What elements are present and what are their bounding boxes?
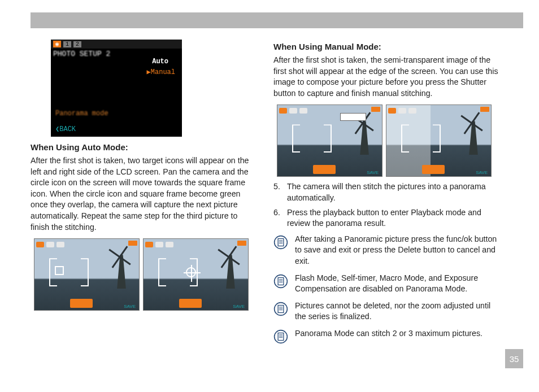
svg-rect-6 (278, 277, 284, 285)
svg-rect-1 (278, 238, 284, 246)
auto-scene-2: SAVE (143, 238, 249, 311)
list-number: 5. (273, 181, 281, 203)
note-text: Flash Mode, Self-timer, Macro Mode, and … (295, 273, 499, 295)
note-row: After taking a Panoramic picture press t… (273, 234, 499, 267)
auto-scene-1: SAVE (34, 238, 140, 311)
lcd-tab-2: 2 (73, 41, 81, 47)
heading-manual-mode: When Using Manual Mode: (273, 42, 499, 51)
svg-rect-11 (278, 305, 284, 312)
svg-point-5 (275, 275, 288, 288)
note-row: Panorama Mode can stitch 2 or 3 maximum … (273, 328, 499, 344)
header-bar (31, 12, 523, 28)
note-icon (273, 302, 288, 316)
notes-block: After taking a Panoramic picture press t… (273, 234, 499, 344)
numbered-list: 5. The camera will then stitch the pictu… (273, 181, 499, 229)
lcd-tab-1: 1 (63, 41, 71, 47)
note-row: Flash Mode, Self-timer, Macro Mode, and … (273, 273, 499, 295)
list-number: 6. (273, 207, 281, 229)
lcd-panorama-label: Panorama mode (55, 110, 108, 117)
heading-auto-mode: When Using Auto Mode: (31, 142, 257, 152)
lcd-tab-active-icon: ◉ (53, 41, 61, 47)
paragraph-auto-mode: After the first shot is taken, two targe… (31, 155, 257, 233)
note-icon (273, 235, 288, 250)
lcd-option-manual: ▶Manual (147, 68, 175, 76)
auto-mode-illustration: SAVE SAVE (34, 238, 249, 311)
list-item-5: 5. The camera will then stitch the pictu… (273, 181, 499, 203)
note-icon (273, 329, 288, 344)
lcd-menu-illustration: ◉ 1 2 PHOTO SETUP 2 Auto ▶Manual Panoram… (51, 40, 182, 137)
manual-scene-2: SAVE (386, 104, 492, 177)
list-text: The camera will then stitch the pictures… (287, 181, 499, 203)
lcd-back-label: ❮BACK (55, 125, 76, 133)
note-row: Pictures cannot be deleted, nor the zoom… (273, 300, 499, 323)
svg-rect-16 (278, 333, 284, 340)
note-text: Pictures cannot be deleted, nor the zoom… (295, 300, 499, 323)
list-text: Press the playback button to enter Playb… (287, 207, 499, 229)
paragraph-manual-mode: After the first shot is taken, the semi-… (273, 55, 499, 99)
manual-scene-1: SAVE (277, 104, 382, 177)
svg-point-15 (275, 330, 288, 343)
page-number-tab: 35 (505, 349, 523, 368)
note-text: After taking a Panoramic picture press t… (295, 234, 499, 267)
right-column: When Using Manual Mode: After the first … (273, 36, 499, 350)
content-columns: ◉ 1 2 PHOTO SETUP 2 Auto ▶Manual Panoram… (0, 28, 539, 350)
svg-point-0 (275, 236, 288, 249)
left-column: ◉ 1 2 PHOTO SETUP 2 Auto ▶Manual Panoram… (31, 36, 257, 350)
lcd-tabs: ◉ 1 2 (51, 40, 182, 49)
note-icon (273, 274, 288, 289)
lcd-option-auto: Auto (152, 58, 168, 66)
manual-mode-illustration: SAVE SAVE (277, 104, 492, 177)
svg-point-10 (275, 302, 288, 315)
page-number: 35 (510, 354, 519, 364)
note-text: Panorama Mode can stitch 2 or 3 maximum … (295, 328, 483, 339)
list-item-6: 6. Press the playback button to enter Pl… (273, 207, 499, 229)
